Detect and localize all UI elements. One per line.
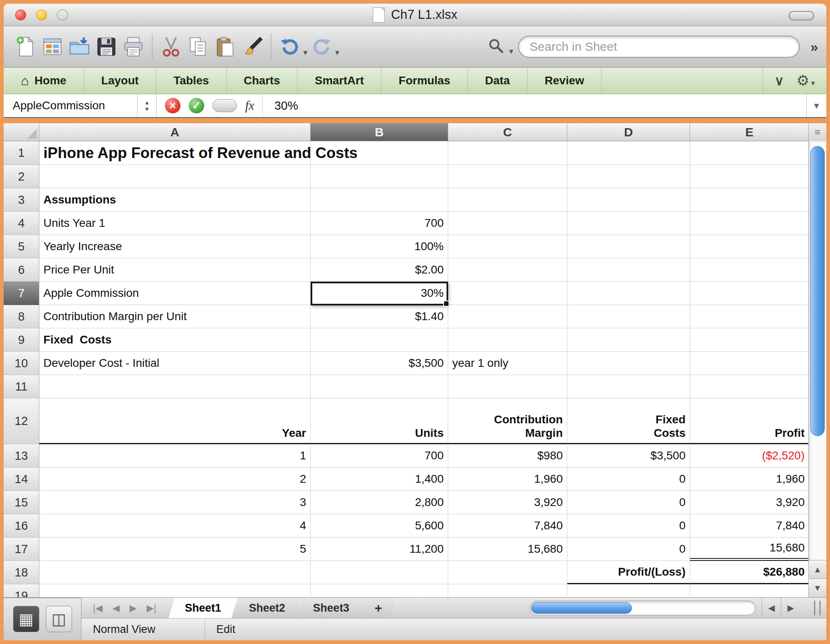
row-header-6[interactable]: 6 xyxy=(4,258,39,282)
save-button[interactable] xyxy=(93,31,120,63)
row-header-14[interactable]: 14 xyxy=(4,468,39,491)
gallery-button[interactable] xyxy=(39,31,66,63)
cell-C18[interactable] xyxy=(448,561,567,584)
redo-button[interactable] xyxy=(308,31,335,63)
cell-A11[interactable] xyxy=(39,375,311,398)
tab-smartart[interactable]: SmartArt xyxy=(298,68,381,94)
cell-D4[interactable] xyxy=(567,212,690,235)
cell-C13[interactable]: $980 xyxy=(448,444,567,468)
cell-A8[interactable]: Contribution Margin per Unit xyxy=(39,305,311,328)
cell-C8[interactable] xyxy=(448,305,567,328)
row-header-12[interactable]: 12 xyxy=(4,398,39,444)
row-header-19[interactable]: 19 xyxy=(4,584,39,597)
cell-E10[interactable] xyxy=(690,352,809,375)
horizontal-scrollbar[interactable] xyxy=(530,601,756,615)
ribbon-settings-button[interactable]: ⚙▾ xyxy=(796,72,815,89)
cell-D18[interactable]: Profit/(Loss) xyxy=(567,561,690,584)
toolbar-toggle-pill[interactable] xyxy=(789,11,814,20)
cell-D3[interactable] xyxy=(567,188,690,212)
copy-button[interactable] xyxy=(185,31,212,63)
row-header-3[interactable]: 3 xyxy=(4,188,39,212)
cell-E6[interactable] xyxy=(690,258,809,282)
redo-dropdown[interactable]: ▾ xyxy=(335,47,339,57)
cell-B18[interactable] xyxy=(311,561,448,584)
column-header-E[interactable]: E xyxy=(690,123,809,141)
cell-E14[interactable]: 1,960 xyxy=(690,468,809,491)
cell-D8[interactable] xyxy=(567,305,690,328)
cell-A14[interactable]: 2 xyxy=(39,468,311,491)
cell-E1[interactable] xyxy=(690,141,809,165)
cell-E19[interactable] xyxy=(690,584,809,597)
cell-A18[interactable] xyxy=(39,561,311,584)
cut-button[interactable] xyxy=(158,31,185,63)
cell-E12[interactable]: Profit xyxy=(690,398,809,444)
cell-A9[interactable]: Fixed Costs xyxy=(39,328,311,352)
cell-A5[interactable]: Yearly Increase xyxy=(39,235,311,258)
cell-C16[interactable]: 7,840 xyxy=(448,514,567,538)
name-box-stepper[interactable]: ▲ ▼ xyxy=(137,94,157,117)
cell-B10[interactable]: $3,500 xyxy=(311,352,448,375)
cell-D16[interactable]: 0 xyxy=(567,514,690,538)
toolbar-overflow-button[interactable]: » xyxy=(810,39,818,55)
row-header-7[interactable]: 7 xyxy=(4,282,39,305)
cell-D12[interactable]: Fixed Costs xyxy=(567,398,690,444)
pane-splitter-handle[interactable] xyxy=(814,601,821,615)
last-sheet-button[interactable]: ▶| xyxy=(147,603,156,614)
cell-D9[interactable] xyxy=(567,328,690,352)
accept-entry-button[interactable]: ✓ xyxy=(189,98,204,113)
row-header-10[interactable]: 10 xyxy=(4,352,39,375)
cell-A2[interactable] xyxy=(39,165,311,188)
cell-E13[interactable]: ($2,520) xyxy=(690,444,809,468)
cell-B6[interactable]: $2.00 xyxy=(311,258,448,282)
split-handle[interactable]: ≡ xyxy=(809,123,826,142)
cell-B16[interactable]: 5,600 xyxy=(311,514,448,538)
row-header-4[interactable]: 4 xyxy=(4,212,39,235)
cell-B5[interactable]: 100% xyxy=(311,235,448,258)
cell-E18[interactable]: $26,880 xyxy=(690,561,809,584)
cell-E17[interactable]: 15,680 xyxy=(690,538,809,561)
cell-D14[interactable]: 0 xyxy=(567,468,690,491)
cell-D13[interactable]: $3,500 xyxy=(567,444,690,468)
cell-D19[interactable] xyxy=(567,584,690,597)
cell-B11[interactable] xyxy=(311,375,448,398)
previous-sheet-button[interactable]: ◀ xyxy=(113,603,120,614)
cell-D1[interactable] xyxy=(567,141,690,165)
cell-B13[interactable]: 700 xyxy=(311,444,448,468)
search-input[interactable]: Search in Sheet xyxy=(518,36,800,58)
cell-C19[interactable] xyxy=(448,584,567,597)
first-sheet-button[interactable]: |◀ xyxy=(93,603,103,614)
column-header-A[interactable]: A xyxy=(39,123,311,141)
cell-A12[interactable]: Year xyxy=(39,398,311,444)
tab-data[interactable]: Data xyxy=(468,68,528,94)
row-header-13[interactable]: 13 xyxy=(4,444,39,468)
fx-label[interactable]: fx xyxy=(245,98,254,113)
titlebar[interactable]: Ch7 L1.xlsx xyxy=(4,4,826,26)
cell-E2[interactable] xyxy=(690,165,809,188)
row-header-2[interactable]: 2 xyxy=(4,165,39,188)
vertical-scroll-track[interactable] xyxy=(809,141,826,560)
cell-C7[interactable] xyxy=(448,282,567,305)
page-layout-view-button[interactable]: ◫ xyxy=(46,606,72,632)
cell-C5[interactable] xyxy=(448,235,567,258)
row-header-11[interactable]: 11 xyxy=(4,375,39,398)
cell-E8[interactable] xyxy=(690,305,809,328)
scroll-down-button[interactable]: ▼ xyxy=(809,578,826,597)
column-header-C[interactable]: C xyxy=(448,123,567,141)
cell-D2[interactable] xyxy=(567,165,690,188)
cell-C3[interactable] xyxy=(448,188,567,212)
cell-D11[interactable] xyxy=(567,375,690,398)
paste-button[interactable] xyxy=(212,31,239,63)
cell-B19[interactable] xyxy=(311,584,448,597)
cell-C14[interactable]: 1,960 xyxy=(448,468,567,491)
new-document-button[interactable] xyxy=(12,31,39,63)
cell-B9[interactable] xyxy=(311,328,448,352)
cell-A15[interactable]: 3 xyxy=(39,491,311,514)
column-header-D[interactable]: D xyxy=(567,123,690,141)
row-header-1[interactable]: 1 xyxy=(4,141,39,165)
cell-C6[interactable] xyxy=(448,258,567,282)
tab-formulas[interactable]: Formulas xyxy=(381,68,468,94)
cell-E4[interactable] xyxy=(690,212,809,235)
cell-E3[interactable] xyxy=(690,188,809,212)
cell-D5[interactable] xyxy=(567,235,690,258)
cell-D10[interactable] xyxy=(567,352,690,375)
